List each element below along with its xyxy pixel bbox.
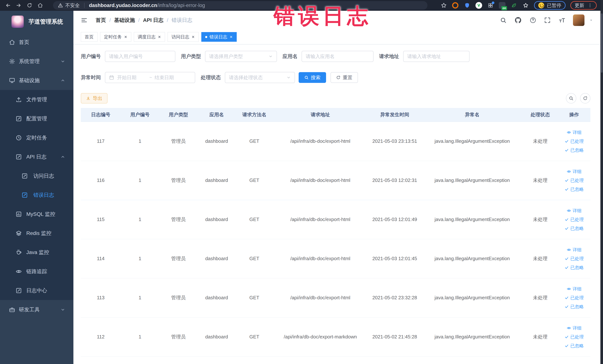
hamburger-icon[interactable] (81, 17, 88, 23)
end-date-field[interactable] (155, 75, 184, 81)
search-button[interactable]: 搜索 (299, 72, 326, 83)
action-ignored-link[interactable]: 已忽略 (564, 186, 584, 192)
browser-reload-button[interactable] (26, 1, 33, 9)
scrollbar-track[interactable] (600, 0, 603, 364)
user-avatar[interactable] (573, 14, 584, 26)
action-detail-link[interactable]: 详细 (567, 325, 581, 331)
close-icon[interactable] (191, 35, 195, 39)
scrollbar-thumb[interactable] (601, 13, 603, 73)
action-processed-link[interactable]: 已处理 (564, 217, 584, 223)
action-processed-link[interactable]: 已处理 (564, 177, 584, 183)
reset-button-label: 重置 (343, 74, 352, 81)
tab-定时任务[interactable]: 定时任务 (100, 32, 131, 42)
browser-forward-button[interactable] (15, 1, 23, 9)
app-logo[interactable]: 芋道管理系统 (0, 11, 73, 33)
cell-request-method: GET (236, 161, 273, 200)
extension-icon[interactable] (475, 2, 482, 9)
toggle-search-button[interactable] (566, 93, 576, 104)
breadcrumb-item[interactable]: 基础设施 (114, 17, 135, 24)
table-row: 1161管理员dashboardGET/api/infra/db-doc/exp… (81, 161, 590, 200)
caret-down-icon[interactable] (589, 18, 593, 23)
sidebar-item-infra[interactable]: 基础设施 (0, 71, 73, 90)
sidebar-item-java[interactable]: Java 监控 (0, 243, 73, 262)
start-date-field[interactable] (117, 75, 147, 81)
browser-home-button[interactable] (36, 1, 44, 9)
search-icon[interactable] (500, 17, 507, 23)
column-header-8: 处理状态 (522, 108, 558, 122)
request-url-field[interactable] (407, 54, 465, 59)
close-icon[interactable] (124, 35, 127, 39)
action-detail-link[interactable]: 详细 (567, 129, 581, 135)
process-status-select[interactable]: 请选择处理状态 (225, 72, 295, 83)
action-processed-link[interactable]: 已处理 (564, 295, 584, 301)
action-detail-link[interactable]: 详细 (567, 208, 581, 214)
github-icon[interactable] (514, 16, 522, 24)
close-icon[interactable] (158, 35, 161, 39)
breadcrumb-item[interactable]: API 日志 (143, 17, 163, 24)
font-size-icon[interactable] (558, 17, 565, 23)
extension-icon[interactable] (452, 2, 459, 9)
profile-paused-chip[interactable]: 已暂停 (534, 1, 566, 10)
action-processed-link[interactable]: 已处理 (564, 256, 584, 262)
reset-button[interactable]: 重置 (331, 72, 358, 83)
user-id-field[interactable] (109, 54, 171, 59)
user-id-input[interactable] (105, 51, 175, 62)
action-detail-link[interactable]: 详细 (567, 286, 581, 292)
sidebar-item-job[interactable]: 定时任务 (0, 128, 73, 147)
bookmark-star-icon[interactable] (441, 2, 447, 9)
tab-首页[interactable]: 首页 (81, 32, 97, 42)
sidebar-item-redis[interactable]: Redis 监控 (0, 224, 73, 243)
help-icon[interactable] (530, 17, 536, 23)
action-ignored-link[interactable]: 已忽略 (564, 304, 584, 310)
sidebar-item-config[interactable]: 配置管理 (0, 109, 73, 128)
action-ignored-link[interactable]: 已忽略 (564, 225, 584, 231)
app-name-input[interactable] (302, 51, 373, 62)
close-icon[interactable] (230, 35, 233, 39)
action-ignored-link[interactable]: 已忽略 (564, 265, 584, 270)
browser-back-button[interactable] (4, 1, 12, 9)
log-icon (16, 154, 22, 160)
export-button[interactable]: 导出 (81, 93, 107, 104)
extension-icon[interactable] (522, 2, 529, 9)
kebab-menu-icon[interactable] (588, 3, 592, 8)
request-url-input[interactable] (403, 51, 470, 62)
eye-icon (567, 208, 571, 213)
tab-调度日志[interactable]: 调度日志 (134, 32, 165, 42)
chevron-up-icon (60, 78, 65, 83)
extension-icon[interactable] (510, 2, 517, 9)
sidebar-item-api-log[interactable]: API 日志 (0, 147, 73, 166)
extension-icon[interactable] (487, 2, 494, 9)
tab-错误日志[interactable]: 错误日志 (201, 32, 237, 42)
action-ignored-link[interactable]: 已忽略 (564, 343, 584, 349)
user-type-select[interactable]: 请选择用户类型 (205, 51, 277, 62)
column-header-6: 异常发生时间 (368, 108, 422, 122)
sidebar-item-dev-tools[interactable]: 研发工具 (0, 300, 73, 319)
action-detail-link[interactable]: 详细 (567, 169, 581, 175)
sidebar-item-home[interactable]: 首页 (0, 33, 73, 52)
action-processed-link[interactable]: 已处理 (564, 334, 584, 340)
extension-icon[interactable]: on (499, 2, 506, 9)
tab-访问日志[interactable]: 访问日志 (168, 32, 199, 42)
sidebar-item-trace[interactable]: 链路追踪 (0, 262, 73, 281)
app-name-field[interactable] (306, 54, 370, 59)
chevron-down-icon (286, 75, 291, 80)
sidebar-item-mysql[interactable]: MySQL 监控 (0, 205, 73, 224)
sidebar-item-file[interactable]: 文件管理 (0, 90, 73, 109)
action-ignored-link[interactable]: 已忽略 (564, 147, 584, 153)
action-label: 已忽略 (570, 265, 584, 270)
sidebar-item-system[interactable]: 系统管理 (0, 52, 73, 71)
exception-time-range-picker[interactable]: ~ (105, 72, 195, 83)
sidebar-item-log-center[interactable]: 日志中心 (0, 281, 73, 300)
cell-process-status: 未处理 (522, 161, 558, 200)
browser-update-button[interactable]: 更新 (570, 1, 597, 10)
column-header-1: 用户编号 (120, 108, 159, 122)
toolbar-right (566, 93, 590, 104)
fullscreen-icon[interactable] (544, 17, 551, 23)
sidebar-item-error-log[interactable]: 错误日志 (0, 186, 73, 205)
extension-icon[interactable] (464, 2, 471, 9)
breadcrumb-item[interactable]: 首页 (96, 17, 106, 24)
refresh-table-button[interactable] (580, 93, 590, 104)
sidebar-item-access-log[interactable]: 访问日志 (0, 166, 73, 186)
action-processed-link[interactable]: 已处理 (564, 138, 584, 144)
action-detail-link[interactable]: 详细 (567, 247, 581, 253)
